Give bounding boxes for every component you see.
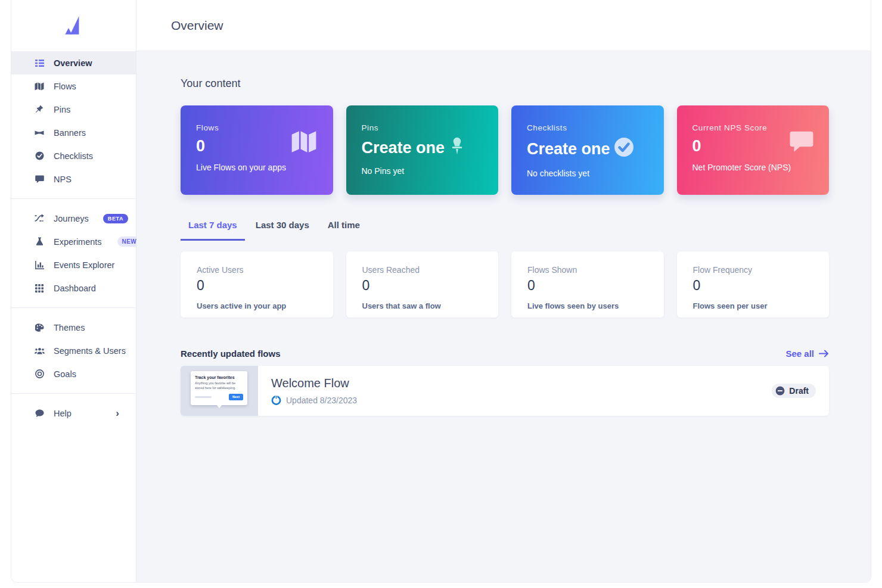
status-text: Draft	[789, 386, 809, 396]
promo-card-value: Create one	[527, 137, 648, 161]
sidebar-item-themes[interactable]: Themes	[11, 316, 136, 339]
sidebar-item-label: Themes	[54, 323, 85, 332]
pushpin-icon	[449, 137, 465, 159]
stat-card-active-users: Active Users 0 Users active in your app	[181, 251, 333, 318]
promo-card-subtitle: No checklists yet	[527, 169, 648, 178]
tab-last-7-days[interactable]: Last 7 days	[181, 220, 245, 241]
banner-icon	[34, 128, 45, 138]
sidebar-item-label: Help	[54, 409, 72, 418]
sidebar-nav-main: Overview Flows Pins Banners	[11, 51, 136, 191]
see-all-link[interactable]: See all	[785, 349, 829, 359]
flask-icon	[34, 237, 45, 247]
sidebar-item-label: Experiments	[54, 237, 102, 247]
map-icon	[34, 82, 45, 91]
promo-card-label: Checklists	[527, 123, 648, 132]
sidebar-item-label: Events Explorer	[54, 260, 114, 270]
tab-last-30-days[interactable]: Last 30 days	[248, 220, 317, 241]
route-icon	[34, 214, 45, 223]
stat-value: 0	[362, 278, 483, 294]
chat-square-icon	[34, 175, 45, 184]
stat-card-flows-shown: Flows Shown 0 Live flows seen by users	[511, 251, 664, 318]
promo-card-subtitle: No Pins yet	[362, 166, 483, 176]
sidebar-item-checklists[interactable]: Checklists	[11, 144, 136, 167]
updated-status-icon	[271, 395, 281, 405]
status-badge: Draft	[772, 384, 816, 398]
stat-value: 0	[527, 278, 648, 294]
flow-thumbnail: Track your favorites Anything you favori…	[181, 366, 258, 416]
stat-label: Flow Frequency	[693, 265, 813, 275]
sidebar-nav-config: Themes Segments & Users Goals	[11, 316, 136, 385]
stat-value: 0	[197, 278, 317, 294]
flow-updated-text: Updated 8/23/2023	[286, 396, 357, 405]
sidebar-item-label: Banners	[54, 128, 86, 138]
sidebar-item-label: Goals	[54, 369, 76, 379]
sidebar-item-help[interactable]: Help ›	[11, 402, 136, 425]
time-range-tabs: Last 7 days Last 30 days All time	[181, 220, 829, 241]
list-icon	[34, 58, 45, 68]
flow-list-item[interactable]: Track your favorites Anything you favori…	[181, 366, 829, 416]
promo-card-checklists[interactable]: Checklists Create one No checklists yet	[511, 105, 664, 195]
sidebar-item-events-explorer[interactable]: Events Explorer	[11, 253, 136, 276]
sidebar-item-label: Overview	[54, 58, 92, 68]
check-circle-icon	[34, 151, 45, 161]
sidebar-item-label: Journeys	[54, 214, 89, 223]
stat-label: Flows Shown	[527, 265, 648, 275]
content-area: Your content Flows 0 Live Flows on your …	[136, 51, 871, 582]
sidebar-item-goals[interactable]: Goals	[11, 362, 136, 385]
sidebar-divider	[11, 198, 136, 199]
sidebar-item-segments-users[interactable]: Segments & Users	[11, 339, 136, 362]
stat-label: Active Users	[197, 265, 317, 275]
thumbnail-tooltip-title: Track your favorites	[195, 375, 243, 379]
target-icon	[34, 369, 45, 379]
sidebar-item-banners[interactable]: Banners	[11, 121, 136, 144]
sidebar-item-dashboard[interactable]: Dashboard	[11, 276, 136, 300]
section-title: Your content	[181, 77, 829, 90]
logo-area	[11, 0, 136, 51]
sidebar: Overview Flows Pins Banners	[11, 0, 136, 582]
stat-subtitle: Users active in your app	[197, 301, 317, 310]
sidebar-item-label: NPS	[54, 175, 72, 184]
main-area: Overview Your content Flows 0 Live Flows…	[136, 0, 871, 582]
sidebar-item-experiments[interactable]: Experiments NEW	[11, 230, 136, 253]
pushpin-icon	[34, 105, 45, 114]
tab-all-time[interactable]: All time	[320, 220, 368, 241]
promo-card-value: Create one	[362, 137, 483, 159]
beta-badge: BETA	[103, 214, 128, 223]
chevron-right-icon: ›	[116, 408, 119, 418]
sidebar-divider	[11, 393, 136, 394]
thumbnail-tooltip-footer: Next	[195, 394, 243, 400]
draft-icon	[775, 386, 785, 396]
stat-card-flow-frequency: Flow Frequency 0 Flows seen per user	[677, 251, 830, 318]
chat-square-icon	[790, 130, 813, 155]
stat-card-users-reached: Users Reached 0 Users that saw a flow	[346, 251, 499, 318]
chat-bubble-icon	[34, 409, 45, 418]
promo-card-nps[interactable]: Current NPS Score 0 Net Promoter Score (…	[677, 105, 830, 195]
promo-card-flows[interactable]: Flows 0 Live Flows on your apps	[181, 105, 333, 195]
promo-card-pins[interactable]: Pins Create one No Pins yet	[346, 105, 499, 195]
bar-chart-icon	[34, 260, 45, 270]
arrow-right-icon	[819, 350, 829, 357]
sidebar-item-journeys[interactable]: Journeys BETA	[11, 207, 136, 230]
thumbnail-skeleton-text	[195, 396, 212, 398]
flow-name: Welcome Flow	[271, 377, 772, 390]
stat-subtitle: Flows seen per user	[693, 301, 813, 310]
sidebar-divider	[11, 307, 136, 308]
appcues-logo-icon[interactable]	[63, 15, 85, 36]
thumbnail-tooltip-body: Anything you favorite will be stored her…	[195, 381, 243, 391]
sidebar-item-overview[interactable]: Overview	[11, 51, 136, 74]
sidebar-item-label: Dashboard	[54, 284, 96, 293]
sidebar-item-pins[interactable]: Pins	[11, 98, 136, 121]
promo-card-label: Pins	[362, 123, 483, 132]
page-title: Overview	[171, 18, 223, 33]
stat-subtitle: Users that saw a flow	[362, 301, 483, 310]
sidebar-item-flows[interactable]: Flows	[11, 74, 136, 98]
grid-icon	[34, 284, 45, 293]
users-icon	[34, 346, 45, 356]
flow-thumbnail-tooltip: Track your favorites Anything you favori…	[191, 371, 247, 405]
sidebar-item-label: Pins	[54, 105, 70, 114]
map-icon	[290, 130, 318, 155]
sidebar-item-nps[interactable]: NPS	[11, 167, 136, 191]
sidebar-nav-analytics: Journeys BETA Experiments NEW Events Exp…	[11, 207, 136, 300]
stat-value: 0	[693, 278, 813, 294]
palette-icon	[34, 323, 45, 332]
